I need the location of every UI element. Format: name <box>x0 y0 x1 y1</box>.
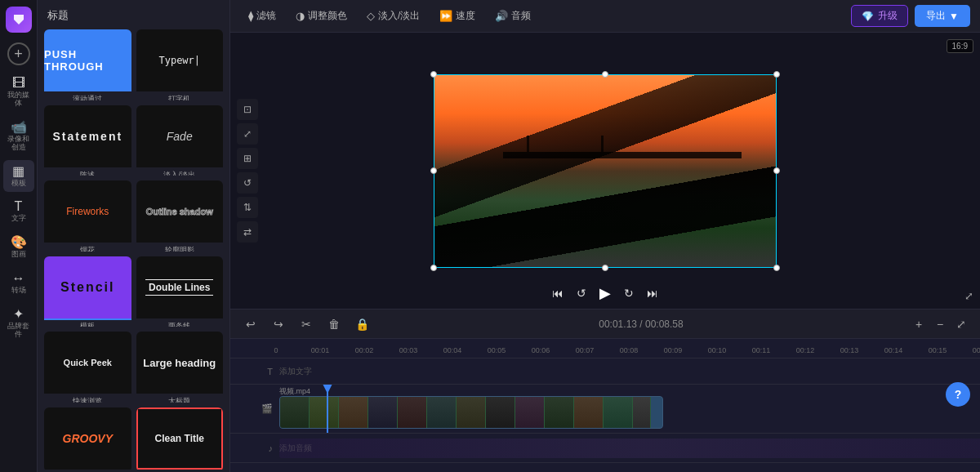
handle-mid-left[interactable] <box>430 167 437 174</box>
playback-controls: ⏮ ↺ ▶ ↻ ⏭ <box>552 284 658 302</box>
template-label-quick-peek: 快速浏览 <box>44 396 131 403</box>
add-button[interactable]: + <box>7 42 30 65</box>
template-label-push-through: 滚动通过 <box>44 94 131 100</box>
main-area: ⧫ 滤镜 ◑ 调整颜色 ◇ 淡入/淡出 ⏩ 速度 🔊 音频 💎 <box>230 0 980 472</box>
lock-button[interactable]: 🔒 <box>351 314 372 335</box>
sidebar-item-templates[interactable]: ▦ 模板 <box>3 160 34 193</box>
upgrade-label: 升级 <box>878 9 898 23</box>
template-text-double-lines: Double Lines <box>145 279 213 296</box>
app-logo[interactable] <box>6 7 32 33</box>
audio-button[interactable]: 🔊 音频 <box>487 6 539 26</box>
text-track-header: T <box>230 367 276 376</box>
resize-tool-button[interactable]: ⤢ <box>237 123 258 145</box>
export-button[interactable]: 导出 ▼ <box>915 5 970 27</box>
delete-button[interactable]: 🗑 <box>323 314 345 335</box>
crop-tool-button[interactable]: ⊡ <box>237 99 258 120</box>
handle-top-mid[interactable] <box>602 71 608 78</box>
speed-icon: ⏩ <box>439 10 452 22</box>
timeline-tracks: T 添加文字 🎬 视频.mp4 <box>230 358 980 472</box>
sidebar-item-label-brand: 品牌套件 <box>5 323 33 339</box>
timeline-area: ↩ ↪ ✂ 🗑 🔒 00:01.13 / 00:08.58 + − ⤢ 0 <box>230 309 980 472</box>
color-adjust-button[interactable]: ◑ 调整颜色 <box>287 6 355 26</box>
clip-frame-1 <box>280 397 310 428</box>
sidebar-item-label-record: 录像和创造 <box>5 136 33 152</box>
template-card-push-through[interactable]: PUSH THROUGH 滚动通过 <box>44 29 131 100</box>
handle-bottom-right[interactable] <box>773 265 780 271</box>
template-card-double-lines[interactable]: Double Lines 两条线 <box>136 256 224 327</box>
undo-button[interactable]: ↩ <box>240 314 261 335</box>
export-label: 导出 <box>926 9 946 23</box>
sidebar-item-brand[interactable]: ✦ 品牌套件 <box>3 303 34 344</box>
clip-frame-9 <box>515 397 545 428</box>
audio-track-content[interactable]: 添加音频 <box>276 434 980 462</box>
template-card-typewriter[interactable]: Typewr| 打字机 <box>136 29 224 100</box>
filter-button[interactable]: ⧫ 滤镜 <box>240 6 284 26</box>
template-card-groovy[interactable]: GROOVY <box>44 407 131 472</box>
clip-frame-2 <box>310 397 339 428</box>
fit-tool-button[interactable]: ⊞ <box>237 148 258 169</box>
bridge-silhouette <box>503 152 742 158</box>
handle-bottom-left[interactable] <box>430 265 437 271</box>
ruler-label-15: 00:15 <box>929 346 947 354</box>
mirror-tool-button[interactable]: ⇄ <box>237 221 258 243</box>
handle-mid-right[interactable] <box>773 167 780 174</box>
ruler-label-3: 00:03 <box>399 346 418 354</box>
upgrade-button[interactable]: 💎 升级 <box>851 5 908 27</box>
video-track-icon: 🎬 <box>261 403 273 414</box>
template-card-fireworks[interactable]: Fireworks 烟花 <box>44 180 131 252</box>
handle-bottom-mid[interactable] <box>602 265 608 271</box>
play-button[interactable]: ▶ <box>599 284 611 302</box>
preview-tools-left: ⊡ ⤢ ⊞ ↺ ⇅ ⇄ <box>237 99 258 243</box>
text-track-content[interactable]: 添加文字 <box>276 358 980 384</box>
template-card-clean-title[interactable]: Clean Title <box>136 407 224 472</box>
template-card-stencil[interactable]: Stencil 模板 <box>44 256 131 327</box>
handle-top-left[interactable] <box>430 71 437 78</box>
forward-button[interactable]: ↻ <box>624 287 634 300</box>
video-clip[interactable] <box>279 396 663 429</box>
redo-button[interactable]: ↪ <box>268 314 289 335</box>
template-card-large-heading[interactable]: Large heading 大标题 <box>136 332 224 403</box>
preview-area: ⊡ ⤢ ⊞ ↺ ⇅ ⇄ 16:9 <box>230 33 980 309</box>
video-container[interactable] <box>434 74 777 268</box>
ruler-label-8: 00:08 <box>620 346 639 354</box>
sidebar-item-media[interactable]: 🎞 我的媒体 <box>3 72 34 113</box>
sidebar-item-record[interactable]: 📹 录像和创造 <box>3 116 34 157</box>
fit-timeline-button[interactable]: ⤢ <box>952 315 970 333</box>
ruler-label-7: 00:07 <box>576 346 595 354</box>
flip-tool-button[interactable]: ⇅ <box>237 197 258 218</box>
zoom-in-button[interactable]: + <box>910 315 928 333</box>
video-track-content[interactable]: 视频.mp4 <box>276 385 980 433</box>
sidebar-item-transitions[interactable]: ↔ 转场 <box>3 267 34 300</box>
stickers-icon: 🎨 <box>11 236 27 249</box>
template-text-statement: Statement <box>52 130 122 143</box>
sidebar-item-stickers[interactable]: 🎨 图画 <box>3 231 34 264</box>
template-text-push-through: PUSH THROUGH <box>44 48 131 73</box>
template-label-outline-shadow: 轮廓明影 <box>136 245 224 252</box>
rotate-tool-button[interactable]: ↺ <box>237 172 258 194</box>
clip-frame-extra <box>633 397 651 428</box>
template-card-outline-shadow[interactable]: Outline shadow 轮廓明影 <box>136 180 224 252</box>
ruler-label-9: 00:09 <box>664 346 683 354</box>
ruler-label-10: 00:10 <box>708 346 727 354</box>
rewind-button[interactable]: ↺ <box>577 287 586 300</box>
fullscreen-button[interactable]: ⤢ <box>964 290 973 302</box>
handle-top-right[interactable] <box>773 71 780 78</box>
cut-button[interactable]: ✂ <box>296 314 317 335</box>
template-text-quick-peek: Quick Peek <box>64 358 112 367</box>
brand-icon: ✦ <box>13 308 24 321</box>
clip-frame-12 <box>604 397 633 428</box>
ruler-label-16: 00:16 <box>973 346 980 354</box>
ruler-marks: 0 00:01 00:02 00:03 00:04 00:05 <box>230 339 980 356</box>
current-time: 00:01.13 <box>599 318 637 330</box>
template-card-fade[interactable]: Fade 淡入/淡出 <box>136 105 224 176</box>
sidebar-item-text[interactable]: T 文字 <box>3 195 34 228</box>
template-card-quick-peek[interactable]: Quick Peek 快速浏览 <box>44 332 131 403</box>
template-card-statement[interactable]: Statement 陈述 <box>44 105 131 176</box>
skip-start-button[interactable]: ⏮ <box>552 287 564 300</box>
skip-end-button[interactable]: ⏭ <box>647 287 658 300</box>
zoom-out-button[interactable]: − <box>931 315 949 333</box>
fadein-button[interactable]: ◇ 淡入/淡出 <box>359 6 428 26</box>
text-track-row: T 添加文字 <box>230 358 980 385</box>
ruler-label-6: 00:06 <box>532 346 550 354</box>
speed-button[interactable]: ⏩ 速度 <box>431 6 483 26</box>
